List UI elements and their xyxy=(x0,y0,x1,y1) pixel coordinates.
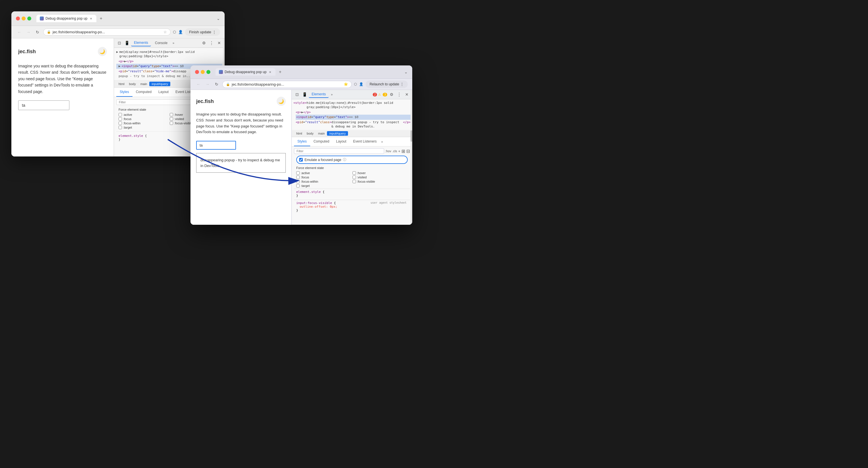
address-bar-1: ← → ↻ 🔒 jec.fish/demo/disappearing-po...… xyxy=(11,26,225,38)
bc2-input[interactable]: input#query xyxy=(327,131,348,136)
new-tab-button-2[interactable]: + xyxy=(277,68,283,76)
back-button-2[interactable]: ← xyxy=(195,81,202,88)
url-field-2[interactable]: 🔒 jec.fish/demo/disappearing-po... ⭐ xyxy=(222,81,352,88)
minimize-button-1[interactable] xyxy=(22,17,26,21)
maximize-button-1[interactable] xyxy=(27,17,31,21)
settings-icon-2[interactable]: ⚙ xyxy=(389,91,395,97)
back-button-1[interactable]: ← xyxy=(16,29,23,35)
focus-visible-checkbox-2[interactable] xyxy=(352,180,356,183)
more-tabs-icon-2[interactable]: » xyxy=(330,92,334,97)
relaunch-update-label: Relaunch to update xyxy=(370,82,399,86)
cls-pseudo-btn-2[interactable]: .cls xyxy=(392,149,397,153)
bc-html[interactable]: html xyxy=(116,82,127,86)
grid-view-btn[interactable]: ⊞ xyxy=(401,148,405,154)
profile-icon-2: 👤 xyxy=(359,82,363,86)
forward-button-2[interactable]: → xyxy=(204,81,211,88)
state-focus-2: :focus xyxy=(296,176,352,179)
site-header-1: jec.fish 🌙 xyxy=(18,47,107,56)
tab-close-1[interactable]: ✕ xyxy=(89,17,93,21)
tab-dropdown-2[interactable]: ⌄ xyxy=(404,70,408,74)
focus-visible-checkbox-1[interactable] xyxy=(170,121,173,125)
more-section-tabs-2[interactable]: » xyxy=(380,139,384,144)
filter-input-1[interactable] xyxy=(116,99,203,105)
filter-input-2[interactable] xyxy=(294,148,384,154)
state-visited-2: :visited xyxy=(352,176,408,179)
active-tab-1[interactable]: Debug disappearing pop up ✕ xyxy=(36,15,96,22)
bc-input[interactable]: input#query xyxy=(149,82,170,86)
device-icon-2[interactable]: 📱 xyxy=(301,91,308,97)
scrollbar-thumb-2 xyxy=(410,130,412,142)
active-tab-2[interactable]: Debug disappearing pop up ✕ xyxy=(216,68,276,76)
help-icon[interactable]: ⓘ xyxy=(343,157,346,162)
close-devtools-2[interactable]: ✕ xyxy=(404,91,410,97)
focus-checkbox-2[interactable] xyxy=(296,176,300,179)
active-checkbox-2[interactable] xyxy=(296,171,300,175)
bookmark-icon-1: ☆ xyxy=(163,30,167,34)
device-icon-1[interactable]: 📱 xyxy=(124,40,130,46)
code-text-1: me{display:none}#result{border:1px solid… xyxy=(119,50,222,59)
list-view-btn[interactable]: ⊟ xyxy=(406,148,410,154)
target-checkbox-1[interactable] xyxy=(119,126,122,129)
event-listeners-tab-2[interactable]: Event Listeners xyxy=(350,137,380,146)
close-button-2[interactable] xyxy=(195,70,199,74)
query-input-2[interactable] xyxy=(196,141,236,150)
overflow-menu-1[interactable]: ⋮ xyxy=(208,40,215,46)
inspect-icon-2[interactable]: ⊡ xyxy=(294,91,300,97)
code-line-2-3[interactable]: <input id="query" type="text" > == $0 xyxy=(296,115,410,119)
elements-tab-1[interactable]: Elements xyxy=(131,39,151,47)
hover-checkbox-1[interactable] xyxy=(170,113,173,116)
add-style-btn-2[interactable]: + xyxy=(398,149,400,153)
element-style-block-2: element.style { } xyxy=(294,188,410,199)
bc2-body[interactable]: body xyxy=(305,131,316,136)
close-button-1[interactable] xyxy=(16,17,20,21)
overflow-menu-2[interactable]: ⋮ xyxy=(396,92,403,97)
forward-button-1[interactable]: → xyxy=(25,29,32,35)
devtools-toolbar-2: ⊡ 📱 Elements » 2 ⚠ 3 ⚙ ⋮ ✕ xyxy=(292,90,412,99)
menu-dots-icon-2: ⋮ xyxy=(400,82,404,86)
visited-checkbox-2[interactable] xyxy=(352,176,356,179)
more-tabs-icon-1[interactable]: » xyxy=(172,41,176,45)
layout-tab-2[interactable]: Layout xyxy=(333,137,350,146)
styles-section-2: :hov .cls + ⊞ ⊟ Emulate a focused page ⓘ… xyxy=(292,147,412,215)
scrollbar-2[interactable] xyxy=(410,90,412,225)
reload-button-1[interactable]: ↻ xyxy=(34,29,41,35)
bc2-main[interactable]: main xyxy=(316,131,327,136)
bc-body[interactable]: body xyxy=(127,82,138,86)
computed-tab-2[interactable]: Computed xyxy=(310,137,333,146)
layout-tab-1[interactable]: Layout xyxy=(155,88,172,97)
finish-update-button[interactable]: Finish update ⋮ xyxy=(185,28,220,36)
url-field-1[interactable]: 🔒 jec.fish/demo/disappearing-po... ☆ xyxy=(43,28,170,35)
inspect-icon-1[interactable]: ⊡ xyxy=(116,40,123,46)
target-checkbox-2[interactable] xyxy=(296,184,300,187)
settings-icon-1[interactable]: ⚙ xyxy=(201,40,207,46)
hov-pseudo-btn-2[interactable]: :hov xyxy=(385,149,391,153)
styles-tab-1[interactable]: Styles xyxy=(116,88,132,97)
active-checkbox-1[interactable] xyxy=(119,113,122,116)
dark-mode-button-2[interactable]: 🌙 xyxy=(277,97,286,106)
emulate-focused-checkbox[interactable] xyxy=(299,158,303,162)
bookmark-icon-2: ⭐ xyxy=(344,82,348,86)
tab-close-2[interactable]: ✕ xyxy=(268,70,272,74)
focus-within-checkbox-2[interactable] xyxy=(296,180,300,183)
hover-checkbox-2[interactable] xyxy=(352,171,356,175)
focus-checkbox-1[interactable] xyxy=(119,117,122,121)
visited-checkbox-1[interactable] xyxy=(170,117,173,121)
page-description-1: Imagine you want to debug the dissappear… xyxy=(18,63,107,95)
minimize-button-2[interactable] xyxy=(201,70,205,74)
elements-tab-2[interactable]: Elements xyxy=(309,91,329,98)
computed-tab-1[interactable]: Computed xyxy=(132,88,155,97)
close-devtools-1[interactable]: ✕ xyxy=(216,40,222,46)
bc2-html[interactable]: html xyxy=(294,131,305,136)
reload-button-2[interactable]: ↻ xyxy=(213,81,220,88)
styles-tab-2[interactable]: Styles xyxy=(294,137,310,146)
new-tab-button-1[interactable]: + xyxy=(97,15,104,22)
dark-mode-button-1[interactable]: 🌙 xyxy=(98,47,107,56)
bc-main[interactable]: main xyxy=(138,82,150,86)
force-state-section-2: Force element state :active :hover :focu… xyxy=(294,165,410,188)
maximize-button-2[interactable] xyxy=(207,70,210,74)
query-input-1[interactable] xyxy=(18,100,69,110)
relaunch-update-button[interactable]: Relaunch to update ⋮ xyxy=(366,81,408,88)
tab-dropdown-1[interactable]: ⌄ xyxy=(217,16,220,21)
console-tab-1[interactable]: Console xyxy=(152,40,170,46)
focus-within-checkbox-1[interactable] xyxy=(119,121,122,125)
